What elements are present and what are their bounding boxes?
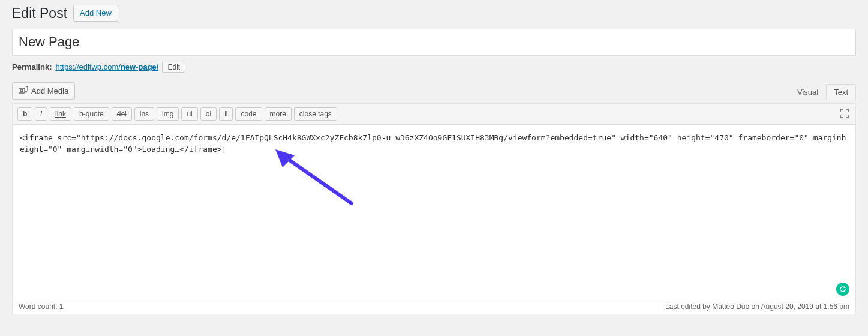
add-media-label: Add Media	[31, 86, 68, 95]
svg-point-2	[25, 91, 27, 93]
edit-slug-button[interactable]: Edit	[162, 62, 185, 73]
add-new-button[interactable]: Add New	[73, 5, 118, 22]
qt-close-button[interactable]: close tags	[294, 107, 337, 121]
qt-ol-button[interactable]: ol	[200, 107, 217, 121]
qt-ins-button[interactable]: ins	[134, 107, 154, 121]
svg-rect-0	[19, 88, 25, 93]
last-edited: Last edited by Matteo Duò on August 20, …	[665, 302, 849, 311]
add-media-button[interactable]: Add Media	[12, 82, 75, 100]
editor-container: b i link b-quote del ins img ul ol li co…	[12, 103, 856, 314]
permalink-row: Permalink: https://editwp.com/new-page/ …	[12, 62, 856, 73]
qt-bquote-button[interactable]: b-quote	[74, 107, 109, 121]
content-textarea[interactable]: <iframe src="https://docs.google.com/for…	[13, 125, 855, 299]
tab-visual[interactable]: Visual	[789, 84, 826, 100]
qt-del-button[interactable]: del	[112, 107, 132, 121]
page-title: Edit Post	[12, 5, 67, 22]
qt-italic-button[interactable]: i	[35, 107, 47, 121]
svg-point-1	[20, 89, 23, 92]
qt-code-button[interactable]: code	[235, 107, 262, 121]
fullscreen-icon[interactable]	[839, 107, 851, 121]
qt-li-button[interactable]: li	[219, 107, 233, 121]
post-title-input[interactable]	[12, 29, 856, 56]
permalink-link[interactable]: https://editwp.com/new-page/	[55, 62, 158, 71]
camera-music-icon	[19, 86, 28, 95]
permalink-slug: new-page/	[121, 62, 159, 71]
editor-mode-tabs: Visual Text	[789, 84, 856, 100]
qt-ul-button[interactable]: ul	[181, 107, 197, 121]
qt-more-button[interactable]: more	[265, 107, 292, 121]
editor-statusbar: Word count: 1 Last edited by Matteo Duò …	[13, 299, 855, 314]
qt-bold-button[interactable]: b	[17, 107, 32, 121]
word-count: Word count: 1	[19, 302, 63, 311]
tab-text[interactable]: Text	[826, 84, 856, 100]
refresh-badge-icon[interactable]	[836, 283, 849, 296]
quicktags-toolbar: b i link b-quote del ins img ul ol li co…	[13, 104, 855, 125]
qt-img-button[interactable]: img	[157, 107, 179, 121]
permalink-label: Permalink:	[12, 62, 52, 71]
qt-link-button[interactable]: link	[50, 107, 71, 121]
permalink-base: https://editwp.com/	[55, 62, 120, 71]
